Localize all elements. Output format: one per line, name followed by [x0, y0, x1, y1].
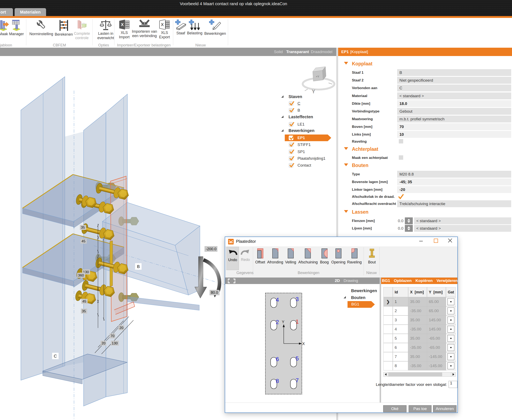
svg-text:45: 45: [82, 239, 85, 243]
svg-text:5: 5: [296, 355, 299, 362]
svg-text:+Y: +Y: [316, 75, 319, 78]
svg-text:20: 20: [119, 326, 124, 330]
svg-text:X: X: [302, 342, 305, 346]
svg-text:X: X: [161, 22, 164, 27]
svg-text:3: 3: [296, 296, 299, 302]
svg-text:X: X: [121, 22, 124, 27]
svg-text:7: 7: [296, 377, 299, 383]
svg-text:130: 130: [112, 341, 117, 345]
svg-text:-200.0: -200.0: [206, 247, 216, 251]
svg-text:35: 35: [82, 309, 86, 313]
svg-text:70: 70: [110, 334, 115, 338]
svg-text:6: 6: [276, 356, 279, 362]
svg-text:80.0: 80.0: [211, 291, 218, 295]
svg-text:4: 4: [276, 297, 279, 303]
svg-text:1: 1: [296, 319, 299, 325]
svg-text:Y: Y: [282, 320, 284, 324]
svg-text:8: 8: [276, 378, 279, 384]
svg-text:Y: Y: [312, 88, 315, 95]
svg-text:45: 45: [82, 300, 86, 303]
svg-text:35: 35: [81, 225, 85, 229]
svg-text:2: 2: [276, 319, 279, 325]
svg-text:360: 360: [78, 273, 84, 277]
svg-text:20: 20: [101, 341, 106, 345]
svg-text:C: C: [54, 354, 57, 358]
svg-text:B: B: [137, 264, 140, 269]
